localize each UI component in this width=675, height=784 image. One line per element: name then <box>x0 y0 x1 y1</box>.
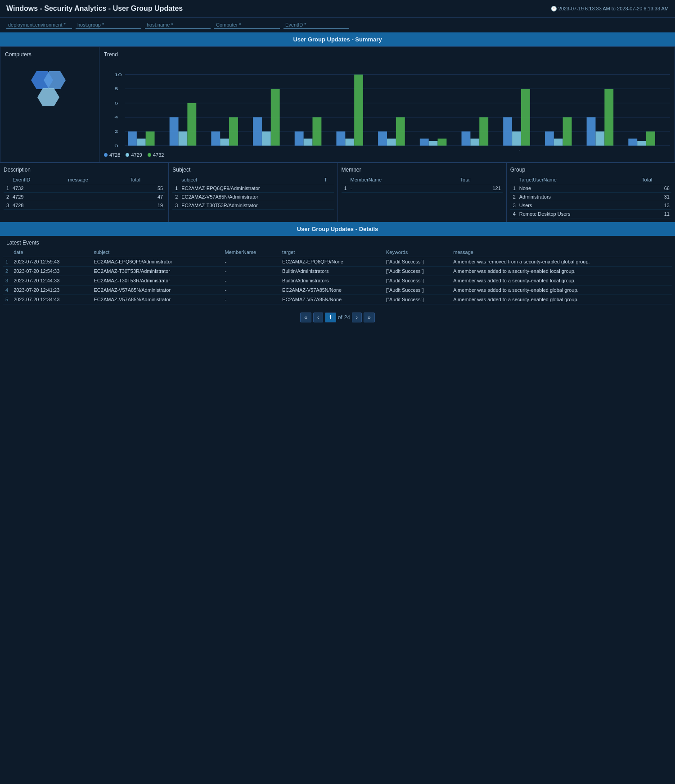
row-num: 1 <box>3 257 11 267</box>
total-cell: 55 <box>128 184 165 193</box>
details-section: Latest Events date subject MemberName ta… <box>0 236 675 304</box>
svg-rect-28 <box>304 139 313 146</box>
member-name-cell: - <box>222 286 279 295</box>
table-row: 1 EC2AMAZ-EPQ6QF9/Administrator <box>172 184 333 193</box>
table-row: 3 2023-07-20 12:44:33 EC2AMAZ-T30T53R/Ad… <box>3 276 672 286</box>
target-cell: EC2AMAZ-V57A85N/None <box>279 286 383 295</box>
member-name-cell: - <box>222 257 279 267</box>
summary-section-header: User Group Updates - Summary <box>0 32 675 46</box>
svg-rect-15 <box>128 131 137 146</box>
filter-event-id[interactable] <box>284 21 349 29</box>
event-id-cell: 4729 <box>11 193 66 201</box>
row-num: 2 <box>510 193 518 201</box>
svg-rect-22 <box>220 139 229 146</box>
hex-icon <box>5 67 94 121</box>
group-name-cell: None <box>518 184 640 193</box>
row-num: 2 <box>172 193 180 201</box>
svg-rect-30 <box>336 131 345 146</box>
events-table: date subject MemberName target Keywords … <box>3 248 672 304</box>
col-message: message <box>66 176 128 184</box>
table-row: 1 - 121 <box>342 184 503 193</box>
filter-computer[interactable] <box>214 21 280 29</box>
filter-deployment-env[interactable] <box>6 21 72 29</box>
row-num: 4 <box>510 210 518 218</box>
pagination-of: of <box>338 314 342 321</box>
subject-title: Subject <box>172 167 333 173</box>
tables-section: Description EventID message Total 1 4732… <box>0 163 675 222</box>
page-title: Windows - Security Analytics - User Grou… <box>6 5 183 13</box>
svg-text:18:00: 18:00 <box>378 150 393 150</box>
svg-rect-37 <box>429 141 438 146</box>
summary-panel: Computers Trend 0 2 4 6 8 10 <box>0 46 675 163</box>
svg-rect-31 <box>345 139 354 146</box>
svg-text:22:00: 22:00 <box>462 150 477 150</box>
keywords-cell: ["Audit Success"] <box>383 295 450 304</box>
svg-text:2: 2 <box>114 129 118 134</box>
row-num: 2 <box>4 193 11 201</box>
svg-text:12:00: 12:00 <box>253 150 268 150</box>
table-row: 4 Remote Desktop Users 11 <box>510 210 671 218</box>
pagination: « ‹ 1 of 24 › » <box>0 308 675 327</box>
svg-rect-17 <box>146 131 155 146</box>
row-num: 5 <box>3 295 11 304</box>
table-row: 1 None 66 <box>510 184 671 193</box>
table-row: 5 2023-07-20 12:34:43 EC2AMAZ-V57A85N/Ad… <box>3 295 672 304</box>
col-num <box>4 176 11 184</box>
message-cell: A member was removed from a security-ena… <box>450 257 672 267</box>
svg-rect-42 <box>503 117 512 145</box>
filters-bar <box>0 18 675 32</box>
message-cell: A member was added to a security-enabled… <box>450 276 672 286</box>
table-row: 2 4729 47 <box>4 193 165 201</box>
svg-rect-20 <box>187 103 196 146</box>
filter-host-name[interactable] <box>145 21 211 29</box>
date-cell: 2023-07-20 12:54:33 <box>11 267 91 276</box>
member-title: Member <box>342 167 503 173</box>
target-cell: Builtin/Administrators <box>279 267 383 276</box>
table-row: 1 2023-07-20 12:59:43 EC2AMAZ-EPQ6QF9/Ad… <box>3 257 672 267</box>
row-num: 3 <box>3 276 11 286</box>
svg-rect-27 <box>295 131 304 146</box>
group-name-cell: Administrators <box>518 193 640 201</box>
pagination-first[interactable]: « <box>300 313 311 322</box>
table-row: 2 EC2AMAZ-V57A85N/Administrator <box>172 193 333 201</box>
col-t: T <box>322 176 334 184</box>
col-target: target <box>279 248 383 257</box>
svg-marker-2 <box>37 88 59 106</box>
row-num: 1 <box>510 184 518 193</box>
trend-chart: 0 2 4 6 8 10 <box>104 60 670 150</box>
svg-text:06:00: 06:00 <box>628 150 643 150</box>
computers-label: Computers <box>5 51 94 58</box>
total-cell: 13 <box>640 201 671 210</box>
pagination-current[interactable]: 1 <box>325 313 336 322</box>
svg-rect-48 <box>587 117 596 145</box>
legend-dot-4728 <box>104 153 108 157</box>
legend-label-4732: 4732 <box>153 152 164 158</box>
total-cell: 11 <box>640 210 671 218</box>
subject-table: subject T 1 EC2AMAZ-EPQ6QF9/Administrato… <box>172 176 333 210</box>
row-num: 2 <box>3 267 11 276</box>
pagination-next[interactable]: › <box>352 313 362 322</box>
svg-rect-32 <box>354 75 363 146</box>
event-id-cell: 4728 <box>11 201 66 210</box>
pagination-prev[interactable]: ‹ <box>313 313 323 322</box>
row-num: 3 <box>510 201 518 210</box>
member-name-cell: - <box>222 295 279 304</box>
col-num <box>3 248 11 257</box>
svg-rect-34 <box>387 139 396 146</box>
keywords-cell: ["Audit Success"] <box>383 276 450 286</box>
col-total: Total <box>128 176 165 184</box>
svg-rect-51 <box>628 139 637 146</box>
legend-4732: 4732 <box>148 152 164 158</box>
total-cell: 121 <box>459 184 503 193</box>
col-keywords: Keywords <box>383 248 450 257</box>
svg-rect-19 <box>179 131 188 146</box>
col-message: message <box>450 248 672 257</box>
filter-host-group[interactable] <box>76 21 141 29</box>
group-name-cell: Users <box>518 201 640 210</box>
member-panel: Member MemberName Total 1 - 121 <box>338 163 507 222</box>
svg-rect-21 <box>211 131 220 146</box>
keywords-cell: ["Audit Success"] <box>383 286 450 295</box>
pagination-last[interactable]: » <box>364 313 375 322</box>
total-cell: 47 <box>128 193 165 201</box>
pagination-total: 24 <box>344 314 350 321</box>
